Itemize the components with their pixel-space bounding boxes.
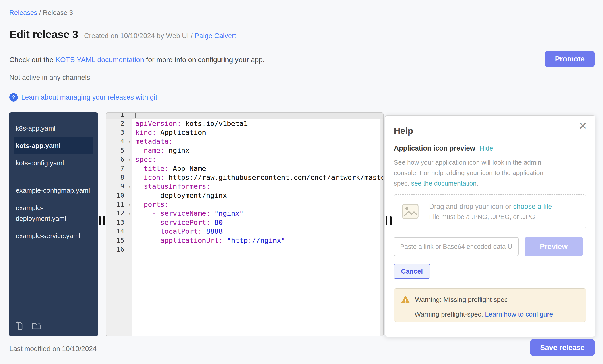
configure-preflight-link[interactable]: Learn how to configure <box>485 310 553 318</box>
line-number: 7 <box>106 164 132 173</box>
icon-dropzone[interactable]: Drag and drop your icon or choose a file… <box>394 195 586 228</box>
code-text: kind: Application <box>132 128 383 137</box>
yaml-editor[interactable]: 1---2apiVersion: kots.io/v1beta13kind: A… <box>106 112 383 336</box>
code-text: localPort: 8888 <box>132 227 383 236</box>
fold-arrow-icon[interactable]: ▾ <box>128 202 131 207</box>
fold-arrow-icon[interactable]: ▾ <box>128 139 131 144</box>
code-line[interactable]: 14 localPort: 8888 <box>106 227 383 236</box>
code-line[interactable]: 1--- <box>106 112 383 119</box>
code-text: name: nginx <box>132 146 383 155</box>
kots-yaml-doc-link[interactable]: KOTS YAML documentation <box>55 56 144 64</box>
cancel-button[interactable]: Cancel <box>394 264 430 279</box>
line-number: 8 <box>106 173 132 182</box>
breadcrumb-separator: / <box>37 9 43 16</box>
resize-bar <box>386 216 387 225</box>
warning-icon <box>401 295 410 304</box>
help-title: Help <box>394 126 586 136</box>
code-line[interactable]: 12▾ - serviceName: "nginx" <box>106 209 383 218</box>
line-number: 13 <box>106 218 132 227</box>
icon-preview-section: Application icon preview Hide <box>394 144 586 152</box>
close-icon[interactable]: ✕ <box>577 121 589 131</box>
choose-file-link[interactable]: choose a file <box>513 202 552 210</box>
icon-url-row: Preview <box>394 237 586 256</box>
fold-arrow-icon[interactable]: ▾ <box>128 211 131 216</box>
warning-detail: Warning preflight-spec. Learn how to con… <box>415 310 579 318</box>
code-text: apiVersion: kots.io/v1beta1 <box>132 119 383 128</box>
sidebar-file[interactable]: example-configmap.yaml <box>14 182 93 199</box>
save-release-button[interactable]: Save release <box>530 340 594 355</box>
sidebar-file[interactable]: k8s-app.yaml <box>14 120 93 137</box>
line-number: 16 <box>106 245 132 254</box>
code-text: icon: https://raw.githubusercontent.com/… <box>132 173 383 182</box>
fold-arrow-icon[interactable]: ▾ <box>128 157 131 162</box>
code-text <box>132 245 383 254</box>
see-documentation-link[interactable]: see the documentation <box>411 180 476 187</box>
breadcrumb-releases-link[interactable]: Releases <box>9 9 37 16</box>
desc-period: . <box>476 180 478 187</box>
code-line[interactable]: 11▾ ports: <box>106 200 383 209</box>
line-number: 5 <box>106 146 132 155</box>
line-number: 9▾ <box>106 182 132 191</box>
code-text: servicePort: 80 <box>132 218 383 227</box>
line-number: 12▾ <box>106 209 132 218</box>
line-number: 15 <box>106 236 132 245</box>
dropzone-label: Drag and drop your icon or <box>429 202 513 210</box>
code-line[interactable]: 16 <box>106 245 383 254</box>
sidebar-file[interactable]: kots-config.yaml <box>14 154 93 172</box>
code-line[interactable]: 8 icon: https://raw.githubusercontent.co… <box>106 173 383 182</box>
author-link[interactable]: Paige Calvert <box>195 32 236 40</box>
sidebar-file[interactable]: example-deployment.yaml <box>14 199 93 227</box>
file-sidebar: k8s-app.yamlkots-app.yamlkots-config.yam… <box>9 112 98 336</box>
hide-link[interactable]: Hide <box>480 145 493 152</box>
code-text: - serviceName: "nginx" <box>132 209 383 218</box>
code-text: spec: <box>132 155 383 164</box>
promote-button[interactable]: Promote <box>545 51 594 67</box>
code-line[interactable]: 10 - deployment/nginx <box>106 191 383 200</box>
code-line[interactable]: 9▾ statusInformers: <box>106 182 383 191</box>
sidebar-file[interactable]: kots-app.yaml <box>14 137 93 154</box>
warning-text: Warning: Missing preflight spec <box>415 296 508 303</box>
line-number: 10 <box>106 191 132 200</box>
git-help-row: ? Learn about managing your releases wit… <box>9 93 157 102</box>
doc-line: Check out the KOTS YAML documentation fo… <box>9 56 265 64</box>
line-number: 1 <box>106 112 132 119</box>
git-releases-link[interactable]: Learn about managing your releases with … <box>21 93 157 101</box>
fold-arrow-icon[interactable]: ▾ <box>128 184 131 189</box>
resize-bar <box>390 216 392 225</box>
code-line[interactable]: 15 applicationUrl: "http://nginx" <box>106 236 383 245</box>
line-number: 6▾ <box>106 155 132 164</box>
breadcrumb-current: Release 3 <box>43 9 73 16</box>
icon-preview-description: See how your application icon will look … <box>394 157 559 189</box>
dropzone-text: Drag and drop your icon or choose a file… <box>429 202 552 221</box>
file-list-examples: example-configmap.yamlexample-deployment… <box>9 182 98 245</box>
code-line[interactable]: 5 name: nginx <box>106 146 383 155</box>
image-placeholder-icon <box>401 202 420 221</box>
preview-button[interactable]: Preview <box>524 237 583 256</box>
help-panel: ✕ Help Application icon preview Hide See… <box>385 115 595 337</box>
help-resize-handle[interactable] <box>386 216 392 225</box>
code-line[interactable]: 7 title: App Name <box>106 164 383 173</box>
sidebar-divider <box>14 177 93 177</box>
question-icon: ? <box>9 93 18 102</box>
breadcrumb: Releases / Release 3 <box>9 9 73 16</box>
text-cursor <box>135 112 136 118</box>
file-list-main: k8s-app.yamlkots-app.yamlkots-config.yam… <box>9 112 98 172</box>
created-meta: Created on 10/10/2024 by Web UI / Paige … <box>84 32 236 40</box>
code-line[interactable]: 6▾spec: <box>106 155 383 164</box>
doc-prefix: Check out the <box>9 56 55 64</box>
code-line[interactable]: 3kind: Application <box>106 128 383 137</box>
sidebar-footer <box>9 315 98 336</box>
line-number: 11▾ <box>106 200 132 209</box>
code-text: ports: <box>132 200 383 209</box>
icon-url-input[interactable] <box>394 237 519 256</box>
code-line[interactable]: 2apiVersion: kots.io/v1beta1 <box>106 119 383 128</box>
add-file-icon[interactable] <box>15 320 25 331</box>
line-number: 4▾ <box>106 137 132 146</box>
add-folder-icon[interactable] <box>31 320 41 331</box>
title-row: Edit release 3Created on 10/10/2024 by W… <box>9 28 236 41</box>
code-line[interactable]: 4▾metadata: <box>106 137 383 146</box>
icon-preview-title: Application icon preview <box>394 144 475 152</box>
code-line[interactable]: 13 servicePort: 80 <box>106 218 383 227</box>
sidebar-file[interactable]: example-service.yaml <box>14 227 93 245</box>
sidebar-resize-handle[interactable] <box>99 216 105 225</box>
